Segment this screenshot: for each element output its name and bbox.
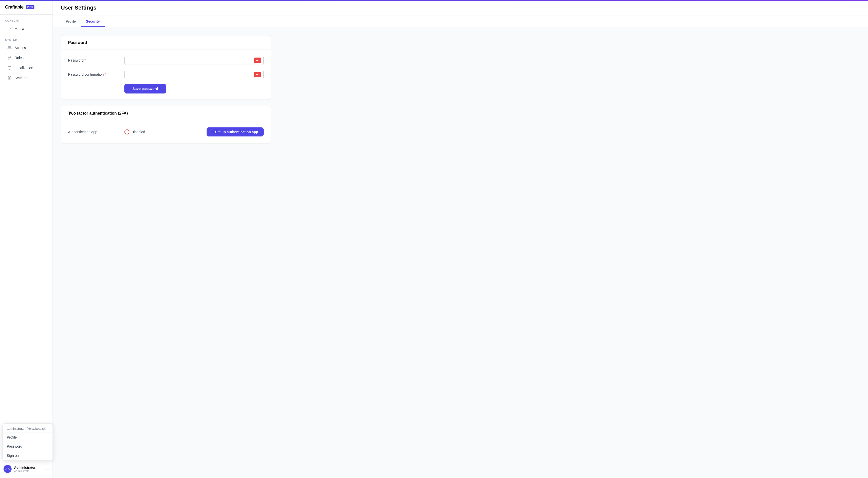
- page-title: User Settings: [61, 4, 860, 11]
- password-confirm-label: Password confirmation *: [68, 72, 118, 76]
- sidebar-item-settings[interactable]: Settings: [2, 73, 51, 83]
- main-content: User Settings Profile Security Password …: [53, 0, 868, 478]
- sidebar: Craftable PRO CONTENT Media SYSTEM Acces…: [0, 0, 53, 478]
- twofa-card: Two factor authentication (2FA) Authenti…: [61, 106, 271, 144]
- password-confirm-input-wrapper: [124, 70, 264, 79]
- user-menu-dots[interactable]: ⋯: [44, 466, 49, 472]
- twofa-card-header: Two factor authentication (2FA): [61, 106, 271, 120]
- sidebar-item-label-localization: Localization: [14, 66, 33, 70]
- key-icon: [7, 55, 12, 60]
- gear-icon: [7, 75, 12, 81]
- password-input[interactable]: [124, 56, 264, 65]
- app-name: Craftable: [5, 4, 24, 10]
- password-confirm-input[interactable]: [124, 70, 264, 79]
- password-card-header: Password: [61, 35, 271, 50]
- user-row[interactable]: AA Administrator Administrator ⋯: [0, 463, 53, 475]
- sidebar-item-access[interactable]: Access: [2, 43, 51, 53]
- password-card: Password Password *: [61, 35, 271, 100]
- sidebar-item-localization[interactable]: Localization: [2, 63, 51, 73]
- svg-point-5: [9, 77, 10, 78]
- password-input-wrapper: [124, 56, 264, 65]
- password-toggle-icon[interactable]: [254, 58, 261, 63]
- globe-icon: [7, 65, 12, 70]
- dropdown-item-profile[interactable]: Profile: [3, 433, 53, 442]
- avatar: AA: [3, 465, 11, 473]
- password-confirm-toggle-icon[interactable]: [254, 72, 261, 77]
- sidebar-item-label-media: Media: [14, 27, 24, 31]
- sidebar-item-label-access: Access: [14, 46, 26, 50]
- password-card-title: Password: [68, 40, 87, 45]
- tab-security[interactable]: Security: [81, 16, 105, 27]
- password-label: Password *: [68, 58, 118, 62]
- page-header: User Settings: [53, 0, 868, 16]
- password-card-body: Password *: [61, 50, 271, 99]
- dropdown-email: administrator@brackets.sk: [3, 424, 53, 433]
- sidebar-item-roles[interactable]: Roles: [2, 53, 51, 63]
- dropdown-item-password[interactable]: Password: [3, 442, 53, 451]
- setup-auth-app-button[interactable]: + Set up authentication app: [207, 127, 264, 136]
- sidebar-item-label-roles: Roles: [14, 56, 24, 60]
- top-bar: [0, 0, 868, 1]
- svg-point-1: [9, 28, 9, 28]
- save-password-button[interactable]: Save password: [124, 84, 166, 94]
- auth-app-label: Authentication app: [68, 130, 118, 134]
- password-confirm-field-row: Password confirmation *: [68, 70, 264, 79]
- tabs: Profile Security: [53, 16, 868, 27]
- password-required: *: [85, 58, 86, 62]
- user-dropdown: administrator@brackets.sk Profile Passwo…: [2, 423, 53, 460]
- users-icon: [7, 45, 12, 50]
- dropdown-item-signout[interactable]: Sign out: [3, 451, 53, 460]
- sidebar-item-media[interactable]: Media: [2, 24, 51, 33]
- password-field-row: Password *: [68, 56, 264, 65]
- twofa-card-title: Two factor authentication (2FA): [68, 111, 128, 115]
- twofa-card-body: Authentication app ! Disabled + Set up a…: [61, 120, 271, 144]
- twofa-row: Authentication app ! Disabled + Set up a…: [68, 126, 264, 137]
- image-icon: [7, 26, 12, 31]
- user-info: Administrator Administrator: [14, 466, 42, 473]
- user-role: Administrator: [14, 470, 42, 473]
- status-text: Disabled: [131, 130, 145, 134]
- sidebar-bottom: AA Administrator Administrator ⋯: [0, 460, 53, 478]
- pro-badge: PRO: [26, 5, 34, 9]
- svg-point-2: [8, 46, 9, 47]
- section-label-content: CONTENT: [0, 14, 53, 24]
- status-badge: ! Disabled: [124, 129, 200, 134]
- content-area: Password Password *: [53, 27, 279, 158]
- password-confirm-required: *: [105, 72, 106, 76]
- disabled-status-icon: !: [124, 129, 129, 134]
- user-name: Administrator: [14, 466, 42, 470]
- section-label-system: SYSTEM: [0, 34, 53, 43]
- sidebar-item-label-settings: Settings: [14, 76, 27, 80]
- sidebar-logo: Craftable PRO: [0, 0, 53, 14]
- tab-profile[interactable]: Profile: [61, 16, 81, 27]
